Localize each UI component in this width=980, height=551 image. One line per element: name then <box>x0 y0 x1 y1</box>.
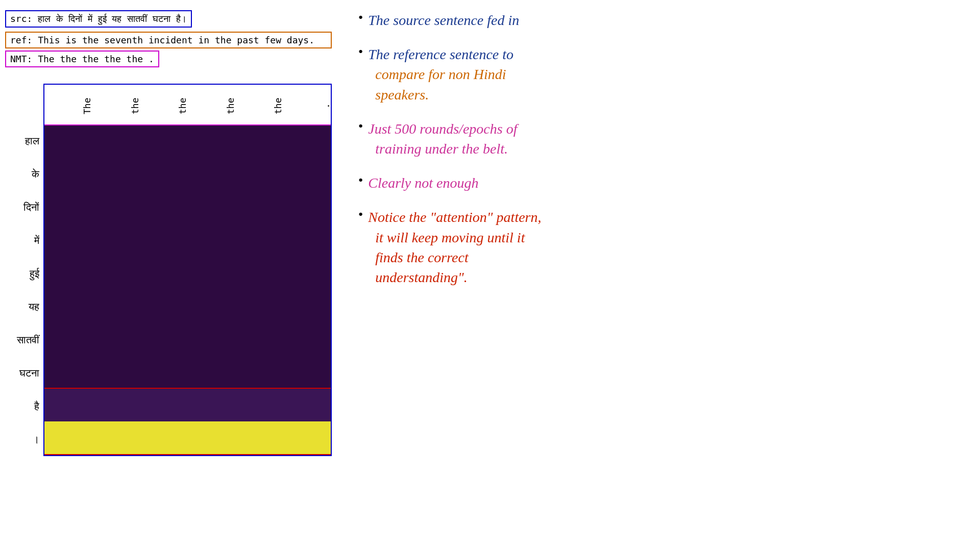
bullet-4: • <box>357 173 364 189</box>
cell-purnviram-5 <box>235 421 283 454</box>
row-label-dino: दिनों <box>8 191 43 224</box>
col-header-dot: . <box>283 85 331 126</box>
cell-hui-5 <box>235 257 283 289</box>
cell-dino-3 <box>140 191 188 223</box>
cell-satvi-4 <box>188 322 236 355</box>
cell-hal-3 <box>140 126 188 158</box>
cell-ghatna-3 <box>140 355 188 387</box>
cell-hai-4 <box>188 389 236 421</box>
cell-purnviram-1 <box>44 421 92 454</box>
cell-hai-2 <box>92 389 140 421</box>
heatmap-wrapper: हाल के दिनों में हुई यह सातवीं घटना है ।… <box>8 84 332 456</box>
col-header-The: The <box>44 85 92 126</box>
cell-purnviram-2 <box>92 421 140 454</box>
row-label-mein: में <box>8 224 43 257</box>
src-line: src: हाल के दिनों में हुई यह सातवीं घटना… <box>5 10 192 28</box>
col-header-the2: the <box>92 85 140 126</box>
row-label-period: । <box>8 423 43 456</box>
col-header-the4: the <box>188 85 236 126</box>
note-3: • Just 500 rounds/epochs of training und… <box>357 119 960 159</box>
cell-ghatna-1 <box>44 355 92 387</box>
col-headers: The the the the the . <box>44 85 331 126</box>
heatmap-row-satvi <box>44 322 331 355</box>
row-label-satvi: सातवीं <box>8 323 43 357</box>
cell-hui-1 <box>44 257 92 289</box>
cell-mein-5 <box>235 224 283 257</box>
left-panel: src: हाल के दिनों में हुई यह सातवीं घटना… <box>0 0 337 551</box>
cell-dino-5 <box>235 191 283 223</box>
cell-ghatna-6 <box>283 355 331 387</box>
ref-label: ref: <box>10 35 32 45</box>
row-label-ke: के <box>8 158 43 191</box>
bullet-2: • <box>357 44 364 60</box>
cell-mein-3 <box>140 224 188 257</box>
bullet-1: • <box>357 10 364 26</box>
cell-ke-1 <box>44 158 92 191</box>
cell-ke-5 <box>235 158 283 191</box>
cell-ke-6 <box>283 158 331 191</box>
col-header-the3: the <box>140 85 188 126</box>
cell-dino-2 <box>92 191 140 223</box>
note-2-line2: compare for non Hindi <box>368 66 506 82</box>
cell-dino-1 <box>44 191 92 223</box>
nmt-line: NMT: The the the the the . <box>5 51 159 67</box>
heatmap-row-yah <box>44 289 331 322</box>
cell-ghatna-5 <box>235 355 283 387</box>
cell-mein-1 <box>44 224 92 257</box>
cell-yah-4 <box>188 289 236 322</box>
cell-mein-6 <box>283 224 331 257</box>
cell-ghatna-2 <box>92 355 140 387</box>
cell-satvi-3 <box>140 322 188 355</box>
row-label-hai: है <box>8 390 43 423</box>
cell-purnviram-6 <box>283 421 331 454</box>
cell-ke-2 <box>92 158 140 191</box>
right-panel: • The source sentence fed in • The refer… <box>337 0 980 551</box>
heatmap-row-hui <box>44 257 331 289</box>
note-4: • Clearly not enough <box>357 173 960 193</box>
note-5: • Notice the "attention" pattern, it wil… <box>357 207 960 287</box>
cell-dino-6 <box>283 191 331 223</box>
cell-hal-5 <box>235 126 283 158</box>
cell-hal-2 <box>92 126 140 158</box>
src-text: हाल के दिनों में हुई यह सातवीं घटना है। <box>32 13 187 24</box>
cell-hal-4 <box>188 126 236 158</box>
note-2-line3: speakers. <box>368 87 429 103</box>
note-5-line4: understanding". <box>368 269 468 285</box>
row-label-hui: हुई <box>8 257 43 290</box>
heatmap-row-purnviram <box>44 421 331 455</box>
note-3-line1: Just 500 rounds/epochs of <box>368 121 517 137</box>
heatmap-row-hai <box>44 388 331 421</box>
note-1-text: The source sentence fed in <box>368 10 519 30</box>
cell-yah-1 <box>44 289 92 322</box>
src-label: src: <box>10 13 32 24</box>
bullet-5: • <box>357 207 364 223</box>
cell-satvi-5 <box>235 322 283 355</box>
cell-hui-4 <box>188 257 236 289</box>
cell-satvi-1 <box>44 322 92 355</box>
bullet-3: • <box>357 119 364 135</box>
cell-mein-4 <box>188 224 236 257</box>
cell-yah-2 <box>92 289 140 322</box>
heatmap-row-dino <box>44 191 331 223</box>
cell-hai-6 <box>283 389 331 421</box>
ref-text: This is the seventh incident in the past… <box>32 35 314 45</box>
cell-satvi-2 <box>92 322 140 355</box>
cell-hai-3 <box>140 389 188 421</box>
cell-purnviram-4 <box>188 421 236 454</box>
heatmap-row-hal <box>44 126 331 158</box>
nmt-label: NMT: <box>10 54 32 64</box>
cell-purnviram-3 <box>140 421 188 454</box>
row-label-hal: हाल <box>8 124 43 158</box>
row-label-ghatna: घटना <box>8 357 43 390</box>
cell-hal-1 <box>44 126 92 158</box>
cell-hai-5 <box>235 389 283 421</box>
cell-yah-6 <box>283 289 331 322</box>
cell-yah-3 <box>140 289 188 322</box>
cell-ke-3 <box>140 158 188 191</box>
cell-ke-4 <box>188 158 236 191</box>
note-5-line1: Notice the "attention" pattern, <box>368 209 541 225</box>
heatmap-row-ke <box>44 158 331 191</box>
heatmap-grid-container: The the the the the . <box>43 84 332 456</box>
note-1: • The source sentence fed in <box>357 10 960 30</box>
note-4-text: Clearly not enough <box>368 173 478 193</box>
